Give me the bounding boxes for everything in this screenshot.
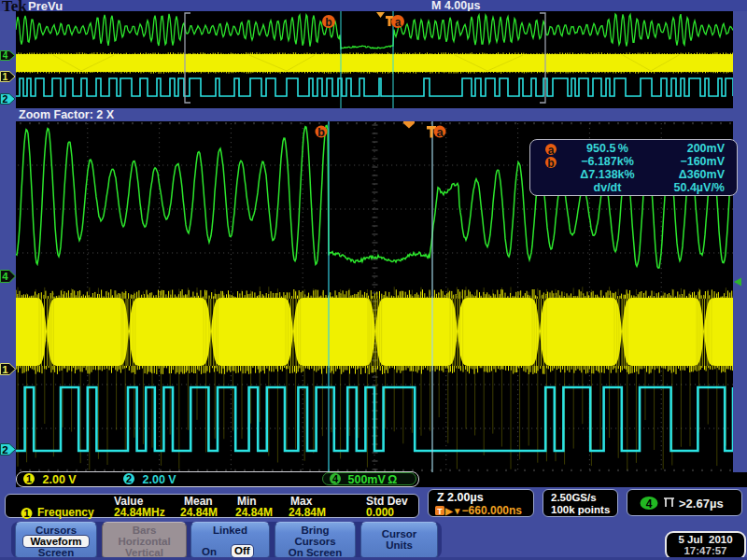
svg-text:1: 1 [3, 71, 8, 82]
svg-text:1: 1 [23, 508, 29, 519]
svg-text:500mV Ω: 500mV Ω [345, 473, 397, 486]
svg-text:2: 2 [2, 444, 7, 455]
svg-text:a: a [436, 125, 444, 139]
svg-text:2.00 V: 2.00 V [140, 473, 176, 486]
svg-text:a: a [395, 16, 402, 29]
svg-text:b: b [325, 16, 331, 29]
svg-text:4: 4 [3, 50, 8, 61]
svg-text:1: 1 [2, 364, 8, 375]
svg-text:>2.67µs: >2.67µs [679, 497, 724, 511]
svg-text:2: 2 [3, 93, 8, 105]
svg-text:4: 4 [332, 473, 339, 484]
svg-text:T: T [437, 507, 443, 516]
svg-text:4: 4 [646, 497, 653, 511]
svg-text:b: b [317, 125, 325, 139]
svg-text:2.00 V: 2.00 V [40, 473, 77, 486]
svg-text:2: 2 [126, 473, 132, 484]
svg-text:1: 1 [26, 473, 32, 484]
svg-text:4: 4 [2, 271, 8, 282]
